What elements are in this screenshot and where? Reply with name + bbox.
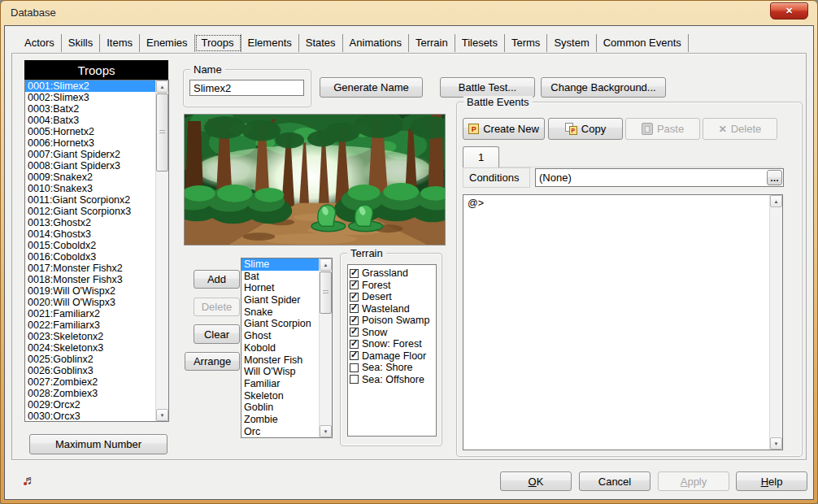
troop-list-item[interactable]: 0008:Giant Spiderx3 [25,160,155,172]
maximum-number-button[interactable]: Maximum Number [29,434,168,454]
checkbox-icon[interactable] [350,328,359,337]
troop-list-item[interactable]: 0024:Skeletonx3 [25,342,155,354]
event-command-list[interactable]: @> ▲ ▼ [463,194,783,450]
terrain-checkbox-wasteland[interactable]: Wasteland [348,303,436,315]
troop-list-item[interactable]: 0002:Slimex3 [25,92,155,103]
tab-tilesets[interactable]: Tilesets [455,34,505,52]
troop-list-item[interactable]: 0005:Hornetx2 [25,126,155,137]
troop-list-item[interactable]: 0018:Monster Fishx3 [25,274,155,285]
checkbox-icon[interactable] [350,351,359,360]
cancel-button[interactable]: Cancel [579,471,650,491]
terrain-checkbox-snow[interactable]: Snow [348,327,436,339]
troop-list-item[interactable]: 0019:Will O'Wispx2 [25,285,155,297]
scrollbar-thumb[interactable] [156,93,168,172]
troop-list-item[interactable]: 0020:Will O'Wispx3 [25,297,155,308]
checkbox-icon[interactable] [350,304,359,313]
troop-list-item[interactable]: 0022:Familiarx3 [25,319,155,331]
enemy-list-item[interactable]: Giant Spider [241,294,319,306]
checkbox-icon[interactable] [350,293,359,302]
troop-list-item[interactable]: 0003:Batx2 [25,103,155,115]
tab-animations[interactable]: Animations [343,34,409,52]
enemy-list-item[interactable]: Zombie [241,414,319,426]
scroll-down-icon[interactable]: ▼ [770,437,782,450]
event-command-line[interactable]: @> [463,195,782,211]
copy-event-button[interactable]: P Copy [548,118,623,140]
event-scrollbar[interactable]: ▲ ▼ [769,195,782,450]
tab-terrain[interactable]: Terrain [409,34,455,52]
enemy-list-item[interactable]: Hornet [241,282,319,294]
troop-list-item[interactable]: 0007:Giant Spiderx2 [25,149,155,160]
enemy-list-item[interactable]: Kobold [241,342,319,354]
troop-name-input[interactable] [189,80,304,96]
generate-name-button[interactable]: Generate Name [320,77,423,98]
troop-list-item[interactable]: 0013:Ghostx2 [25,217,155,228]
terrain-checkbox-damage-floor[interactable]: Damage Floor [348,350,436,363]
clear-button[interactable]: Clear [194,324,240,344]
troop-list-item[interactable]: 0009:Snakex2 [25,172,155,183]
troop-list-item[interactable]: 0012:Giant Scorpionx3 [25,206,155,217]
enemy-list-item[interactable]: Will O'Wisp [241,366,319,378]
troop-list-item[interactable]: 0010:Snakex3 [25,183,155,194]
change-background-button[interactable]: Change Background... [541,77,666,98]
tab-common-events[interactable]: Common Events [597,34,689,52]
checkbox-icon[interactable] [350,280,359,289]
delete-event-button[interactable]: ✕ Delete [703,118,777,140]
troop-list-item[interactable]: 0006:Hornetx3 [25,137,155,149]
enemy-scrollbar[interactable]: ▲ ▼ [319,259,332,437]
troop-list-item[interactable]: 0004:Batx3 [25,115,155,126]
checkbox-icon[interactable] [350,375,359,384]
checkbox-icon[interactable] [350,269,359,278]
delete-member-button[interactable]: Delete [194,298,240,316]
troop-list-item[interactable]: 0023:Skeletonx2 [25,331,155,342]
enemy-list-item[interactable]: Monster Fish [241,354,319,367]
troop-list-item[interactable]: 0026:Goblinx3 [25,365,155,376]
terrain-checkbox-snow-forest[interactable]: Snow: Forest [348,338,436,350]
apply-button[interactable]: Apply [658,471,729,491]
conditions-more-button[interactable]: … [767,170,782,185]
troop-list-item[interactable]: 0014:Ghostx3 [25,228,155,240]
troop-list-item[interactable]: 0001:Slimex2 [25,80,155,92]
troop-list-item[interactable]: 0025:Goblinx2 [25,354,155,365]
checkbox-icon[interactable] [350,363,359,372]
checkbox-icon[interactable] [350,340,359,349]
conditions-value-field[interactable]: (None) [535,168,784,187]
enemy-list-item[interactable]: Familiar [241,378,319,390]
tab-actors[interactable]: Actors [18,34,62,52]
troop-list-item[interactable]: 0028:Zombiex3 [25,388,155,399]
tab-terms[interactable]: Terms [505,34,547,52]
troop-list-item[interactable]: 0016:Coboldx3 [25,251,155,263]
battle-test-button[interactable]: Battle Test... [440,77,535,98]
troops-scrollbar[interactable]: ▲ ▼ [155,80,168,421]
tab-enemies[interactable]: Enemies [140,34,195,52]
tab-items[interactable]: Items [100,34,140,52]
troop-list-item[interactable]: 0030:Orcx3 [25,411,155,421]
scroll-up-icon[interactable]: ▲ [770,195,782,207]
tab-skills[interactable]: Skills [62,34,100,52]
scroll-up-icon[interactable]: ▲ [156,80,168,93]
troop-list-item[interactable]: 0017:Monster Fishx2 [25,263,155,274]
enemy-list-item[interactable]: Bat [241,271,319,283]
enemy-list-item[interactable]: Snake [241,306,319,319]
help-button[interactable]: Help [736,471,807,491]
create-new-event-button[interactable]: P Create New [463,118,545,140]
scrollbar-thumb[interactable] [320,272,332,314]
troop-list-item[interactable]: 0029:Orcx2 [25,399,155,411]
troop-list-item[interactable]: 0015:Coboldx2 [25,240,155,251]
enemy-list-item[interactable]: Orc [241,426,319,437]
terrain-checkbox-sea-shore[interactable]: Sea: Shore [348,362,436,374]
troop-list-item[interactable]: 0011:Giant Scorpionx2 [25,194,155,206]
event-page-tab-1[interactable]: 1 [463,146,499,167]
terrain-checkbox-sea-offshore[interactable]: Sea: Offshore [348,374,436,386]
tab-troops[interactable]: Troops [195,34,241,52]
scroll-up-icon[interactable]: ▲ [320,259,332,271]
terrain-checkbox-forest[interactable]: Forest [348,280,436,292]
tab-elements[interactable]: Elements [241,34,299,52]
checkbox-icon[interactable] [350,316,359,325]
tab-states[interactable]: States [299,34,343,52]
terrain-checkbox-poison-swamp[interactable]: Poison Swamp [348,315,436,327]
terrain-checkbox-grassland[interactable]: Grassland [348,267,436,280]
enemy-list-item[interactable]: Skeleton [241,390,319,402]
scroll-down-icon[interactable]: ▼ [320,425,332,437]
close-button[interactable]: ✕ [770,2,808,20]
tab-system[interactable]: System [547,34,596,52]
